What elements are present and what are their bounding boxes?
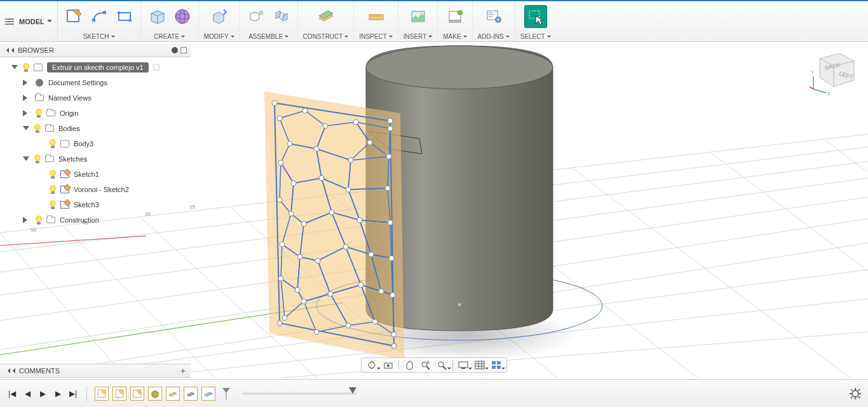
pan-icon[interactable] xyxy=(402,359,417,371)
select-icon[interactable] xyxy=(525,6,546,27)
tree-construction[interactable]: Construction xyxy=(0,212,191,228)
toolgroup-modify: MODIFY xyxy=(199,1,240,41)
box-icon[interactable] xyxy=(146,6,168,27)
lightbulb-icon[interactable] xyxy=(48,170,57,179)
timeline-feature-end[interactable] xyxy=(219,387,233,401)
component-icon[interactable] xyxy=(245,6,267,27)
plane-icon[interactable] xyxy=(315,6,337,27)
svg-point-56 xyxy=(291,181,296,186)
fit-icon[interactable] xyxy=(435,359,450,371)
add-comment-icon[interactable]: + xyxy=(180,366,186,376)
timeline-feature-plane1[interactable] xyxy=(166,387,180,401)
toolgroup-assemble: ASSEMBLE xyxy=(240,1,298,41)
lookat-icon[interactable] xyxy=(381,359,396,371)
workspace-label[interactable]: MODEL xyxy=(19,18,52,25)
svg-line-124 xyxy=(851,389,852,390)
collapse-left-icon[interactable] xyxy=(5,368,15,373)
tree-sketches[interactable]: Sketches xyxy=(0,151,191,167)
lightbulb-icon[interactable] xyxy=(48,200,57,209)
lightbulb-icon[interactable] xyxy=(34,109,43,118)
lightbulb-icon[interactable] xyxy=(22,63,31,72)
toolgroup-inspect-label[interactable]: INSPECT xyxy=(359,33,392,40)
tree-named-views[interactable]: Named Views xyxy=(0,90,191,106)
timeline-feature-plane2[interactable] xyxy=(184,387,198,401)
toolgroup-construct-label[interactable]: CONSTRUCT xyxy=(303,33,349,40)
svg-point-61 xyxy=(301,221,306,226)
timeline-start-icon[interactable]: |◀ xyxy=(6,388,18,399)
svg-line-31 xyxy=(64,226,216,378)
tree-root[interactable]: Extruir un skecth complejo v1 xyxy=(0,60,191,75)
rectangle-icon[interactable] xyxy=(114,6,135,27)
svg-point-78 xyxy=(282,315,287,321)
sphere-icon[interactable] xyxy=(172,6,193,27)
toolgroup-insert-label[interactable]: INSERT xyxy=(403,33,433,40)
timeline-feature-plane3[interactable] xyxy=(201,387,215,401)
timeline-feature-extrude[interactable] xyxy=(148,387,162,401)
tree-origin[interactable]: Origin xyxy=(0,106,191,121)
browser-pin-icon[interactable] xyxy=(180,47,187,53)
svg-point-83 xyxy=(272,100,277,106)
timeline-play-icon[interactable]: ▶ xyxy=(37,388,48,399)
toolgroup-modify-label[interactable]: MODIFY xyxy=(204,33,234,40)
timeline-feature-sketch2[interactable] xyxy=(112,387,126,401)
display-icon[interactable] xyxy=(456,359,471,371)
activate-radio-icon[interactable] xyxy=(153,64,160,71)
timeline-feature-sketch1[interactable] xyxy=(95,387,109,401)
svg-point-63 xyxy=(357,217,362,223)
sketch-new-icon[interactable] xyxy=(63,6,85,27)
timeline-fwd-icon[interactable]: ▶ xyxy=(52,388,64,399)
line-icon[interactable] xyxy=(88,6,110,27)
viewports-icon[interactable] xyxy=(489,359,504,371)
tree-body3[interactable]: Body3 xyxy=(0,136,191,151)
browser-options-icon[interactable] xyxy=(172,47,178,53)
tree-bodies[interactable]: Bodies xyxy=(0,121,191,136)
workspace-switcher[interactable]: MODEL xyxy=(0,1,58,41)
toolgroup-assemble-label[interactable]: ASSEMBLE xyxy=(248,33,288,40)
timeline-end-icon[interactable]: ▶| xyxy=(67,388,79,399)
svg-point-59 xyxy=(385,186,390,191)
tree-doc-settings[interactable]: Document Settings xyxy=(0,75,191,90)
svg-rect-3 xyxy=(119,13,130,20)
toolgroup-insert: INSERT xyxy=(398,1,438,41)
joint-icon[interactable] xyxy=(271,6,292,27)
svg-point-44 xyxy=(458,303,461,307)
decal-icon[interactable] xyxy=(407,6,429,27)
folder-icon xyxy=(35,95,44,101)
svg-rect-110 xyxy=(475,361,484,369)
orbit-icon[interactable] xyxy=(364,359,379,371)
timeline-marker-icon[interactable] xyxy=(349,387,356,397)
toolgroup-create-label[interactable]: CREATE xyxy=(154,33,185,40)
lightbulb-icon[interactable] xyxy=(33,124,42,133)
timeline-feature-sketch3[interactable] xyxy=(130,387,144,401)
lightbulb-icon[interactable] xyxy=(33,155,42,163)
svg-point-58 xyxy=(346,187,351,192)
tree-sketch1[interactable]: Sketch1 xyxy=(0,167,191,182)
timeline-track[interactable] xyxy=(242,392,356,395)
svg-point-86 xyxy=(391,343,397,348)
svg-line-127 xyxy=(851,397,852,398)
toolgroup-make-label[interactable]: MAKE xyxy=(443,33,466,40)
toolgroup-select-label[interactable]: SELECT xyxy=(520,33,551,40)
scripts-icon[interactable] xyxy=(483,6,505,27)
zoom-icon[interactable]: ± xyxy=(418,359,433,371)
presspull-icon[interactable] xyxy=(208,6,230,27)
lightbulb-icon[interactable] xyxy=(48,139,57,148)
timeline-settings-icon[interactable] xyxy=(849,387,862,400)
grid-icon[interactable] xyxy=(472,359,487,371)
collapse-left-icon[interactable] xyxy=(4,48,14,53)
comments-bar[interactable]: COMMENTS + xyxy=(0,364,191,378)
svg-line-38 xyxy=(826,141,868,172)
viewcube[interactable]: BACK LEFT Y Z X xyxy=(810,46,860,97)
toolgroup-addins-label[interactable]: ADD-INS xyxy=(478,33,510,40)
svg-point-81 xyxy=(372,319,377,324)
toolgroup-sketch-label[interactable]: SKETCH xyxy=(83,33,115,40)
timeline-back-icon[interactable]: ◀ xyxy=(22,388,33,399)
lightbulb-icon[interactable] xyxy=(34,216,43,224)
svg-point-66 xyxy=(297,254,302,259)
lightbulb-icon[interactable] xyxy=(48,185,57,194)
measure-icon[interactable] xyxy=(365,6,387,27)
print3d-icon[interactable] xyxy=(444,6,466,27)
tree-voronoi[interactable]: Voronoi - Sketch2 xyxy=(0,182,191,197)
tree-sketch3[interactable]: Sketch3 xyxy=(0,197,191,212)
svg-point-65 xyxy=(280,242,285,247)
